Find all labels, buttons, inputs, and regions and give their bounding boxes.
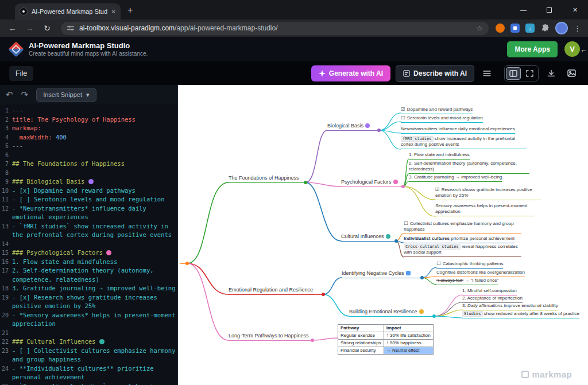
- map-node-biological-basis[interactable]: Biological Basis: [327, 123, 379, 131]
- more-apps-button[interactable]: More Apps: [507, 41, 558, 57]
- map-leaf-catastrophic[interactable]: ☐Catastrophic thinking patterns: [436, 260, 503, 269]
- map-leaf-acceptance[interactable]: 2. Acceptance of imperfection: [462, 295, 523, 303]
- map-leaf-research[interactable]: ☑Research shows gratitude increases posi…: [435, 186, 541, 200]
- map-leaf-studies[interactable]: Studies show reduced anxiety after 8 wee…: [462, 311, 579, 318]
- checkbox-unchecked-icon[interactable]: ☐: [436, 260, 441, 266]
- code-text: - [ ] Serotonin levels and mood regulati…: [12, 195, 176, 204]
- editor-line[interactable]: 6: [0, 151, 177, 160]
- editor-line[interactable]: 9### Biological Basis: [0, 177, 177, 186]
- new-tab-button[interactable]: +: [127, 5, 133, 15]
- map-leaf-sensory[interactable]: Sensory awareness helps in present-momen…: [435, 203, 534, 216]
- download-button[interactable]: [544, 67, 559, 80]
- fullscreen-button[interactable]: [522, 67, 537, 80]
- editor-line[interactable]: 1---: [0, 106, 177, 115]
- back-button[interactable]: ←: [6, 21, 20, 35]
- checkbox-checked-icon[interactable]: ☑: [401, 106, 405, 112]
- split-view-button[interactable]: [506, 67, 521, 80]
- editor-line[interactable]: 13- `fMRI studies` show increased activi…: [0, 222, 177, 240]
- site-settings-icon[interactable]: [67, 24, 75, 32]
- map-leaf-self-determination[interactable]: 2. Self-determination theory (autonomy, …: [409, 161, 529, 174]
- map-leaf-individualist[interactable]: Individualist cultures prioritize person…: [404, 236, 514, 243]
- editor-line[interactable]: 4 maxWidth: 400: [0, 133, 177, 142]
- address-input[interactable]: ai-toolbox.visual-paradigm.com/app/ai-po…: [61, 22, 489, 35]
- map-leaf-collectivist[interactable]: ☐Collectivist cultures emphasize harmony…: [404, 220, 521, 234]
- user-avatar[interactable]: V: [564, 41, 580, 57]
- editor-line[interactable]: 172. Self-determination theory (autonomy…: [0, 266, 177, 284]
- browser-menu-icon[interactable]: ⋮: [574, 24, 581, 33]
- editor-line[interactable]: 183. Gratitude journaling → improved wel…: [0, 284, 177, 293]
- extensions-puzzle-icon[interactable]: [540, 24, 550, 33]
- line-number: 6: [0, 151, 9, 160]
- editor-line[interactable]: 11- [ ] Serotonin levels and mood regula…: [0, 195, 177, 204]
- editor-line[interactable]: 8: [0, 169, 177, 178]
- bookmark-star-icon[interactable]: ☆: [476, 24, 483, 33]
- file-menu-button[interactable]: File: [9, 66, 33, 81]
- tab-close-icon[interactable]: ✕: [111, 9, 116, 15]
- leaf-code: Cross-cultural studies: [404, 244, 461, 250]
- editor-line[interactable]: 15### Psychological Factors: [0, 248, 177, 258]
- map-node-psychological-factors[interactable]: Psychological Factors: [341, 179, 403, 187]
- map-leaf-reframe[interactable]: "I always fail" → "I failed once": [436, 278, 498, 285]
- map-node-longterm[interactable]: Long-Term Pathways to Happiness: [229, 333, 312, 341]
- editor-line[interactable]: 161. Flow state and mindfulness: [0, 258, 177, 267]
- map-leaf-crosscultural[interactable]: Cross-cultural studies reveal happiness …: [404, 244, 521, 257]
- editor-line[interactable]: 3markmap:: [0, 124, 177, 133]
- mindmap-panel[interactable]: The Foundations of Happiness Emotional R…: [178, 85, 588, 385]
- editor-line[interactable]: 14: [0, 240, 177, 249]
- editor-line[interactable]: 21: [0, 329, 177, 338]
- code-editor[interactable]: 1---2title: The Psychology of Happiness3…: [0, 104, 177, 385]
- checkbox-checked-icon[interactable]: ☑: [435, 186, 440, 192]
- extension-icon-orange[interactable]: [496, 24, 505, 33]
- map-leaf-gratitude[interactable]: 3. Gratitude journaling → improved well-…: [409, 174, 502, 182]
- checkbox-unchecked-icon[interactable]: ☐: [401, 115, 405, 120]
- map-node-emotional[interactable]: Emotional Regulation and Resilience: [229, 287, 323, 295]
- checkbox-unchecked-icon[interactable]: ☐: [404, 220, 408, 226]
- map-leaf-serotonin[interactable]: ☐Serotonin levels and mood regulation: [401, 115, 483, 123]
- forward-button[interactable]: →: [23, 21, 37, 35]
- map-leaf-distortions[interactable]: Cognitive distortions like overgeneraliz…: [436, 270, 525, 277]
- insert-snippet-button[interactable]: Insert Snippet ▾: [36, 88, 96, 102]
- maximize-button[interactable]: [536, 0, 562, 20]
- editor-line[interactable]: 25- `Cross-cultural studies` reveal happ…: [0, 382, 177, 385]
- code-text: ### Biological Basis: [12, 177, 176, 186]
- browser-profile-avatar[interactable]: [555, 22, 568, 34]
- editor-line[interactable]: 10- [x] Dopamine and reward pathways: [0, 186, 177, 196]
- editor-line[interactable]: 22### Cultural Influences: [0, 337, 177, 347]
- map-node-cultural-influences[interactable]: Cultural Influences: [341, 234, 396, 242]
- editor-line[interactable]: 19- [x] Research shows gratitude increas…: [0, 293, 177, 311]
- export-image-button[interactable]: [564, 67, 579, 80]
- editor-line[interactable]: 23- [ ] Collectivist cultures emphasize …: [0, 347, 177, 364]
- reload-button[interactable]: ↻: [40, 21, 54, 35]
- map-leaf-neurotransmitters[interactable]: Neurotransmitters influence daily emotio…: [401, 126, 515, 134]
- map-leaf-dopamine[interactable]: ☑Dopamine and reward pathways: [401, 106, 473, 114]
- generate-with-ai-button[interactable]: Generate with AI: [311, 65, 390, 81]
- browser-tab[interactable]: AI-Powered Markmap Studio ✕: [15, 3, 121, 20]
- editor-line[interactable]: 24- **Individualist cultures** prioritiz…: [0, 364, 177, 382]
- editor-line[interactable]: 12- *Neurotransmitters* influence daily …: [0, 204, 177, 222]
- minimize-button[interactable]: —: [510, 0, 536, 20]
- editor-line[interactable]: 5---: [0, 142, 177, 151]
- editor-line[interactable]: 7## The Foundations of Happiness: [0, 160, 177, 169]
- code-text: ### Psychological Factors: [12, 248, 176, 258]
- close-button[interactable]: ✕: [562, 0, 588, 20]
- url-text[interactable]: ai-toolbox.visual-paradigm.com/app/ai-po…: [79, 24, 471, 32]
- download-status-icon[interactable]: ↓: [525, 24, 535, 33]
- redo-button[interactable]: ↷: [21, 90, 29, 100]
- editor-line[interactable]: 2title: The Psychology of Happiness: [0, 115, 177, 125]
- undo-button[interactable]: ↶: [6, 90, 13, 100]
- collapse-panel-arrow-icon[interactable]: ←: [580, 45, 587, 54]
- map-leaf-flow[interactable]: 1. Flow state and mindfulness: [409, 152, 470, 160]
- map-node-negative-cycles[interactable]: Identifying Negative Cycles: [342, 270, 422, 278]
- code-text: - [x] Dopamine and reward pathways: [12, 186, 176, 196]
- map-node-foundations[interactable]: The Foundations of Happiness: [229, 175, 305, 183]
- line-number: 15: [0, 248, 9, 258]
- editor-line[interactable]: 20- *Sensory awareness* helps in present…: [0, 311, 177, 329]
- map-leaf-fmri[interactable]: fMRI studies show increased activity in …: [401, 136, 526, 149]
- map-node-resilience[interactable]: Building Emotional Resilience: [349, 309, 434, 317]
- map-leaf-affirmations[interactable]: 3. Daily affirmations improve emotional …: [462, 303, 558, 310]
- describe-with-ai-button[interactable]: Describe with AI: [396, 65, 474, 82]
- extension-icon-blue[interactable]: [510, 24, 520, 33]
- outline-view-button[interactable]: [479, 67, 494, 80]
- map-leaf-selfcompassion[interactable]: 1. Mindful self-compassion: [462, 288, 517, 295]
- map-node-circle-root[interactable]: [185, 262, 189, 265]
